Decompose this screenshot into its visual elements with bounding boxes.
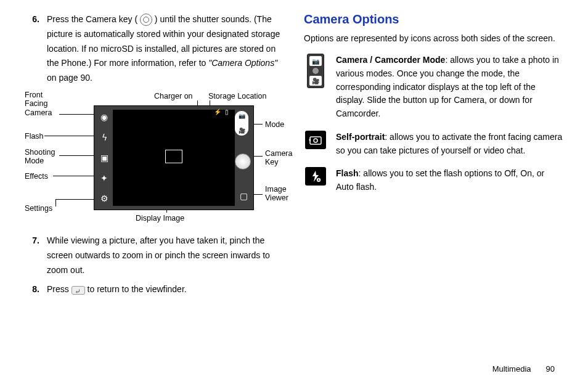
section-heading: Camera Options [304,12,563,27]
label-storage-location: Storage Location [208,92,267,100]
step-text: Press the Camera key ( ) until the shutt… [47,12,284,86]
text: Press [47,284,71,294]
option-text: Camera / Camcorder Mode: allows you to t… [336,54,563,120]
step-number: 8. [25,282,47,297]
camera-mode-icon: 📷 [239,113,245,119]
self-portrait-icon [305,131,326,149]
option-icon: 📷 🎥 [304,54,327,120]
step-number: 7. [25,234,47,277]
page-footer: Multimedia 90 [492,364,555,374]
camera-screen: ⚡ ▯ ◉ ϟ ▣ ✦ ⚙ 📷 🎥 ▢ [94,105,254,210]
step-8: 8. Press to return to the viewfinder. [25,282,284,297]
label-camera-key: Camera Key [265,149,299,167]
label-effects: Effects [25,172,48,181]
focus-indicator [165,150,182,163]
camera-diagram: Front Facing Camera Flash Shooting Mode … [25,91,284,226]
left-column: 6. Press the Camera key ( ) until the sh… [25,12,284,302]
svg-rect-0 [310,137,321,144]
status-icons: ⚡ ▯ [214,108,229,115]
label-flash: Flash [25,132,44,141]
right-column: Camera Options Options are represented b… [304,12,563,302]
flash-icon: ϟ [96,129,113,146]
camera-icon: 📷 [309,56,322,66]
option-title: Camera / Camcorder Mode [336,55,445,65]
option-icon: A [304,167,327,194]
text-italic: "Camera Options" [208,58,277,68]
mode-toggle-icon: 📷 🎥 [307,54,324,88]
gallery-icon: ▢ [235,187,252,205]
footer-section: Multimedia [492,364,531,374]
option-camera-mode: 📷 🎥 Camera / Camcorder Mode: allows you … [304,54,563,120]
label-display-image: Display Image [136,214,184,223]
option-desc: : allows you to set the flash options to… [336,168,544,192]
option-text: Self-portrait: allows you to activate th… [336,131,563,157]
text: on page 90. [47,73,92,83]
option-flash: A Flash: allows you to set the flash opt… [304,167,563,194]
right-toolbar: 📷 🎥 ▢ [235,111,252,205]
option-icon [304,131,327,157]
step-number: 6. [25,12,47,86]
step-text: While viewing a picture, after you have … [47,234,284,277]
flash-icon: A [305,167,326,186]
label-settings: Settings [25,204,52,213]
step-6: 6. Press the Camera key ( ) until the sh… [25,12,284,86]
footer-page: 90 [546,364,555,374]
label-front-facing: Front Facing Camera [25,91,59,117]
shooting-mode-icon: ▣ [96,149,113,166]
camera-key-icon [140,14,152,26]
mode-slider: 📷 🎥 [235,111,248,136]
back-icon [71,286,85,295]
settings-icon: ⚙ [96,190,113,207]
charger-icon: ⚡ [214,108,221,115]
effects-icon: ✦ [96,169,113,187]
svg-point-1 [314,139,317,142]
svg-text:A: A [317,179,320,182]
step-text: Press to return to the viewfinder. [47,282,284,297]
left-toolbar: ◉ ϟ ▣ ✦ ⚙ [96,108,113,207]
viewfinder [113,110,235,206]
step-7: 7. While viewing a picture, after you ha… [25,234,284,277]
storage-icon: ▯ [225,108,229,115]
intro-text: Options are represented by icons across … [304,31,563,45]
self-portrait-icon: ◉ [96,108,113,126]
camcorder-icon: 🎥 [309,76,322,86]
label-mode: Mode [265,120,284,129]
video-mode-icon: 🎥 [239,128,245,134]
text: Press the Camera key ( [47,14,137,24]
slider-dot [312,68,319,74]
label-charger-on: Charger on [154,92,193,100]
label-image-viewer: Image Viewer [265,185,296,203]
option-title: Self-portrait [336,132,385,142]
option-self-portrait: Self-portrait: allows you to activate th… [304,131,563,157]
text: to return to the viewfinder. [88,284,187,294]
option-text: Flash: allows you to set the flash optio… [336,167,563,194]
option-title: Flash [336,168,359,178]
shutter-button [235,153,251,169]
label-shooting-mode: Shooting Mode [25,148,62,166]
